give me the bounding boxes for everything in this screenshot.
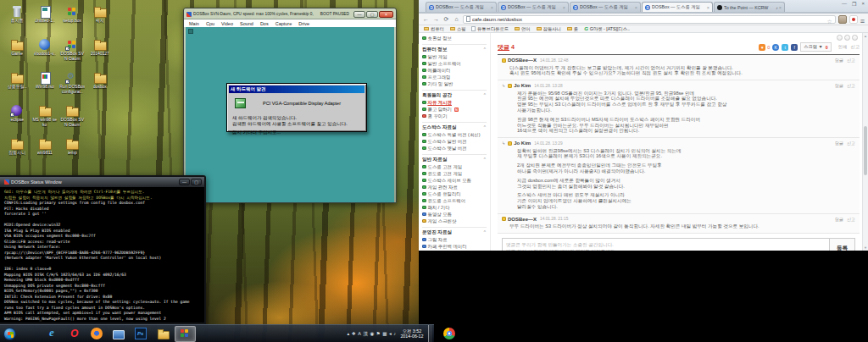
comment-author[interactable]: DOSBee—X <box>508 217 537 222</box>
sidebar-menu-item[interactable]: 호환성 정보 <box>422 35 487 41</box>
bookmark-item[interactable]: 컴퓨터 <box>424 26 444 32</box>
nav-icon[interactable]: ← <box>422 15 430 24</box>
close-button[interactable]: × <box>379 11 393 18</box>
desktop-icon[interactable]: Win98.iso <box>31 71 59 104</box>
taskbar-app-button[interactable] <box>131 326 152 342</box>
nav-icon[interactable]: → <box>432 15 440 24</box>
sidebar-menu-item[interactable]: 동영상 모음 <box>422 211 487 218</box>
desktop-icon[interactable]: 잡동사니 <box>3 137 31 170</box>
bookmark-item[interactable]: 쇼핑 <box>450 26 466 32</box>
comment-author[interactable]: Jo Kim <box>514 141 531 146</box>
comment-textarea[interactable]: 댓글은 우리가 함께 만들어가는 소중한 공간입니다. 댓글 작성 시 타인에 … <box>503 239 829 251</box>
omnibox[interactable]: cafe.daum.net/dosbox <box>463 15 836 24</box>
browser-tab[interactable]: DOSBox — 도스용 게임 <box>642 2 713 12</box>
taskbar-app-button[interactable] <box>42 326 64 342</box>
desktop-icon[interactable]: temp <box>58 137 86 170</box>
minimize-button[interactable]: — <box>179 179 190 185</box>
taskbar-clock[interactable]: 오전 3:52 2014-06-12 <box>400 328 423 339</box>
extension-icon-record[interactable] <box>849 15 858 24</box>
desktop-icon[interactable]: Untitled-1.. <box>31 5 59 38</box>
reply-link[interactable]: 답글 <box>835 141 843 146</box>
reply-link[interactable]: 답글 <box>835 217 843 222</box>
tray-icon[interactable]: 漢 <box>363 326 368 342</box>
menu-item[interactable]: Drive <box>298 21 309 26</box>
sidebar-menu-item[interactable]: 패치 / 기타 <box>422 204 487 211</box>
browser-tab[interactable]: DOSBox — 도스용 게임 <box>498 2 569 12</box>
tray-icon[interactable]: A <box>358 326 361 342</box>
sidebar-menu-item[interactable]: 임시 자료실 <box>422 250 487 251</box>
desktop-icon[interactable]: Game <box>3 38 31 71</box>
desktop-icon[interactable]: 상용유틸.. <box>3 71 31 104</box>
comment-author[interactable]: DOSBee—X <box>508 58 537 63</box>
collapse-caret-icon[interactable]: ⌃ <box>483 91 487 99</box>
sidebar-section-title[interactable]: 컴퓨터 정보⌃ <box>422 46 487 53</box>
console-output[interactable]: GUI: 마우스를 나오게 하거나 들어가게 하려면 Ctrl-F10키를 누르… <box>0 187 204 322</box>
desktop-icon[interactable]: 벽지 <box>86 5 114 38</box>
print-link[interactable]: 인쇄 <box>838 44 848 50</box>
chrome-menu-icon[interactable] <box>860 12 865 27</box>
taskbar-app-button[interactable] <box>64 326 86 342</box>
menu-item[interactable]: Sound <box>240 21 253 26</box>
tray-icon[interactable]: ❖ <box>352 326 356 342</box>
tab-close-icon[interactable] <box>491 5 493 10</box>
url-text[interactable]: cafe.daum.net/dosbox <box>472 17 825 22</box>
window-control-button[interactable]: × <box>861 1 865 7</box>
sidebar-menu-item[interactable]: 도스박스 옛날 버전 <box>422 145 487 152</box>
nav-icon[interactable]: ⟳ <box>442 15 450 24</box>
comments-title[interactable]: 댓글 <box>498 43 509 52</box>
maximize-button[interactable]: ▢ <box>366 11 378 18</box>
menu-item[interactable]: Dos <box>260 21 269 26</box>
menu-item[interactable]: Cpu <box>206 21 214 26</box>
desktop-icon[interactable]: eclipse <box>3 104 31 137</box>
desktop-icon[interactable]: 휴지통 <box>3 5 31 38</box>
report-link[interactable]: 신고 <box>847 217 855 222</box>
taskbar-app-button[interactable] <box>86 326 108 342</box>
bookmark-item[interactable]: G마켓 - [ATS][디스.. <box>584 26 630 32</box>
collapse-caret-icon[interactable]: ⌃ <box>483 46 487 53</box>
desktop-icon[interactable]: dosbox <box>86 71 114 104</box>
tab-close-icon[interactable] <box>563 5 565 10</box>
sidebar-menu-item[interactable]: 그림 자료 <box>422 236 487 243</box>
start-button[interactable] <box>3 328 16 340</box>
menu-item[interactable]: Video <box>221 21 233 26</box>
tray-icon[interactable]: ◉ <box>370 326 374 342</box>
report-link[interactable]: 신고 <box>847 141 855 146</box>
collapse-caret-icon[interactable]: ⌃ <box>483 229 487 236</box>
report-link[interactable]: 신고 <box>847 58 855 63</box>
sidebar-menu-item[interactable]: 도스박스 특별 버전 (최신) <box>422 131 487 138</box>
menu-item[interactable]: Main <box>189 21 199 26</box>
twitter-icon[interactable]: t <box>782 44 788 51</box>
sidebar-menu-item[interactable]: 에뮬레이터 <box>422 67 487 74</box>
browser-tab[interactable]: DOSBox — 도스용 게임 <box>570 2 641 12</box>
sidebar-menu-item[interactable]: 게임 스크린샷 <box>422 218 487 224</box>
console-titlebar[interactable]: DOSBox Status Window — ▢ <box>0 177 204 187</box>
tab-close-icon[interactable] <box>779 5 782 10</box>
sidebar-menu-item[interactable]: 카페 주인백 데이터 <box>422 243 487 250</box>
desktop-icon[interactable]: Voodoo1-v.. <box>31 38 59 71</box>
kakaostory-icon[interactable]: K <box>772 44 779 51</box>
bookmark-star-icon[interactable] <box>826 12 832 27</box>
tray-icon[interactable]: ♪ <box>393 326 396 342</box>
extension-icon-1[interactable] <box>838 15 847 24</box>
sidebar-section-title[interactable]: 운영진 자료실⌃ <box>422 229 487 236</box>
sidebar-menu-item[interactable]: 윈도용 소프트웨어 <box>422 197 487 204</box>
report-link[interactable]: 신고 <box>850 44 860 50</box>
like-icon[interactable]: ♥ <box>759 44 765 51</box>
tray-icon[interactable]: ▴ <box>348 326 350 342</box>
nav-icon[interactable]: ⌂ <box>453 15 460 24</box>
window-control-button[interactable]: ❐ <box>852 1 856 7</box>
page-scrollbar[interactable] <box>862 33 868 251</box>
sidebar-menu-item[interactable]: 홈 꾸미기 <box>422 113 487 119</box>
dosbox-emulated-screen[interactable]: 새 하드웨어 발견 PCI VGA-Compatible Display Ada… <box>186 27 394 202</box>
sidebar-menu-item[interactable]: 기타 및 일반 <box>422 80 487 87</box>
desktop-icon[interactable]: DOSBox SVN-Daum <box>58 104 86 137</box>
desktop-icon[interactable]: Run DOSBox configurat.. <box>58 71 86 104</box>
sidebar-menu-item[interactable]: 윈도용 고전 게임 <box>422 170 487 177</box>
collapse-caret-icon[interactable]: ⌃ <box>483 124 487 131</box>
bookmark-item[interactable]: 유튜브다운로드 <box>471 26 509 32</box>
browser-tab[interactable]: DOSBox — 도스용 게임 <box>426 2 497 12</box>
sidebar-menu-item[interactable]: 도스박스 세이브 모음 <box>422 177 487 184</box>
desktop-icon[interactable]: DOSBox SVN-Daum <box>58 38 86 71</box>
show-desktop-button[interactable] <box>428 325 432 342</box>
bookmark-item[interactable]: 잡동사니 <box>537 26 561 32</box>
